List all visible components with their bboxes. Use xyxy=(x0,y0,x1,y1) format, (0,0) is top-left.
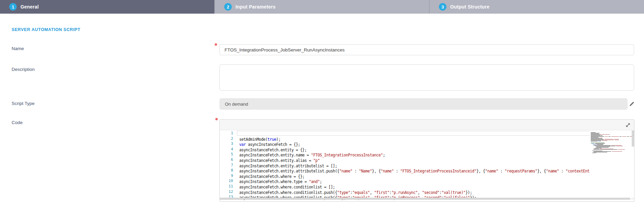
current-line-highlight xyxy=(237,131,634,136)
code-editor-toolbar xyxy=(220,120,634,130)
vertical-scrollbar-thumb[interactable] xyxy=(632,131,634,147)
section-title: SERVER AUTOMATION SCRIPT xyxy=(12,27,80,32)
code-line[interactable]: 8asyncInstanceFetch.entity.attributelist… xyxy=(220,168,634,173)
tab-input-parameters[interactable]: 2 Input Parameters xyxy=(214,0,429,14)
line-number: 9 xyxy=(220,173,237,179)
tab-output-structure[interactable]: 3 Output Structure xyxy=(429,0,644,14)
line-number: 7 xyxy=(220,163,237,168)
description-textarea[interactable] xyxy=(219,64,634,91)
step-3-label: Output Structure xyxy=(450,4,489,10)
line-number: 12 xyxy=(220,189,237,195)
step-2-number-badge: 2 xyxy=(224,3,232,11)
code-line[interactable]: 1 xyxy=(220,131,634,136)
line-number: 2 xyxy=(220,136,237,141)
code-line[interactable]: 7asyncInstanceFetch.entity.attributelist… xyxy=(220,163,634,168)
tab-general[interactable]: 1 General xyxy=(0,0,214,14)
line-number: 1 xyxy=(220,131,237,136)
name-input[interactable] xyxy=(219,44,634,55)
code-line[interactable]: 12asyncInstanceFetch.where.conditionlist… xyxy=(220,189,634,195)
name-required-dot xyxy=(215,43,217,46)
wizard-stepper: 1 General 2 Input Parameters 3 Output St… xyxy=(0,0,644,14)
script-type-label: Script Type xyxy=(12,101,34,106)
line-number: 4 xyxy=(220,147,237,152)
minimap-content xyxy=(591,132,629,153)
code-editor-content[interactable]: 12setAdminMode(true);3var asyncInstanceF… xyxy=(220,131,634,200)
code-line[interactable]: 5asyncInstanceFetch.entity.name = "FTOS_… xyxy=(220,152,634,157)
line-number: 11 xyxy=(220,184,237,189)
edit-pencil-icon[interactable] xyxy=(628,101,635,107)
script-type-value: On demand xyxy=(225,102,248,107)
code-line[interactable]: 3var asyncInstanceFetch = {}; xyxy=(220,141,634,147)
name-label: Name xyxy=(12,46,24,51)
step-3-number-badge: 3 xyxy=(439,3,446,11)
horizontal-scrollbar[interactable] xyxy=(220,198,634,200)
line-number: 6 xyxy=(220,157,237,163)
line-number: 5 xyxy=(220,152,237,157)
code-line[interactable]: 6asyncInstanceFetch.entity.alias = "p" xyxy=(220,157,634,163)
code-line[interactable]: 9asyncInstanceFetch.where = {}; xyxy=(220,173,634,179)
step-1-label: General xyxy=(20,4,39,10)
line-number: 8 xyxy=(220,168,237,173)
code-line[interactable]: 2setAdminMode(true); xyxy=(220,136,634,141)
expand-editor-icon[interactable] xyxy=(625,122,631,128)
code-line[interactable]: 4asyncInstanceFetch.entity = {}; xyxy=(220,147,634,152)
code-required-dot xyxy=(215,118,218,120)
code-line[interactable]: 11asyncInstanceFetch.where.conditionlist… xyxy=(220,184,634,189)
line-number: 10 xyxy=(220,178,237,184)
code-label: Code xyxy=(12,120,23,125)
line-number: 3 xyxy=(220,141,237,147)
code-minimap[interactable] xyxy=(590,131,631,200)
step-2-label: Input Parameters xyxy=(235,4,276,10)
code-editor[interactable]: 12setAdminMode(true);3var asyncInstanceF… xyxy=(219,119,634,202)
step-1-number-badge: 1 xyxy=(9,3,17,11)
code-line[interactable]: 10asyncInstanceFetch.where.type = "and"; xyxy=(220,178,634,184)
description-label: Description xyxy=(12,67,35,72)
horizontal-scrollbar-thumb[interactable] xyxy=(220,198,630,200)
server-automation-script-page: 1 General 2 Input Parameters 3 Output St… xyxy=(0,0,644,212)
script-type-field: On demand xyxy=(219,98,628,110)
